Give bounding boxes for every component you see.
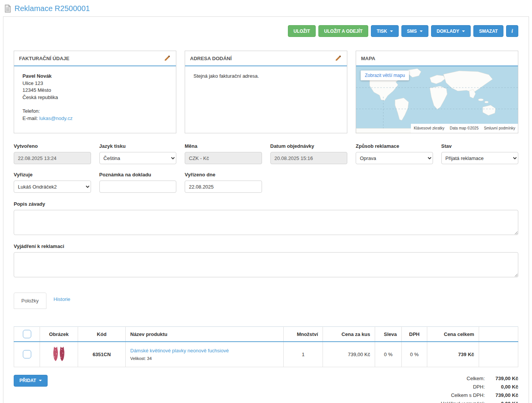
billing-panel-body: Pavel Novák Ulice 123 12345 Město Česká … [14, 66, 176, 133]
col-discount: Sleva [375, 327, 402, 342]
status-label: Stav [441, 143, 519, 149]
billing-email-link[interactable]: lukas@nody.cz [39, 115, 72, 121]
table-footer: PŘIDAT Celkem: 739,00 Kč DPH: 0,00 Kč Ce… [14, 375, 518, 403]
table-row: 6351CN Dámské květinové plavky neonově f… [14, 342, 518, 367]
claim-statement-label: Vyjádření k reklamaci [14, 243, 518, 249]
tab-historie[interactable]: Historie [46, 293, 78, 306]
billing-panel-title: FAKTURAČNÍ ÚDAJE [19, 56, 69, 61]
toolbar: ULOŽIT ULOŽIT A ODEJÍT TISK SMS DOKLADY … [14, 25, 518, 37]
handled-by-select[interactable]: Lukáš Ondráček2 [14, 181, 91, 193]
total-with-vat-value: 739,00 Kč [485, 392, 518, 398]
page-header: Reklamace R2500001 [0, 0, 532, 16]
resolved-date-input[interactable] [185, 181, 262, 193]
delivery-panel-header: ADRESA DODÁNÍ [185, 51, 347, 66]
map-canvas[interactable]: Zobrazit větší mapu Google Klávesové zkr… [356, 66, 518, 133]
currency-input [185, 152, 262, 164]
page-title: Reklamace R2500001 [14, 4, 90, 13]
fields-grid: Vytvořeno Jazyk tisku Čeština Měna Datum… [14, 143, 518, 193]
sms-dropdown-button[interactable]: SMS [401, 25, 428, 37]
created-label: Vytvořeno [14, 143, 91, 149]
billing-city: 12345 Město [22, 87, 168, 94]
col-vat: DPH [402, 327, 427, 342]
product-variant: Velikost: 34 [130, 356, 279, 361]
col-unit-price: Cena za kus [323, 327, 375, 342]
col-actions [479, 327, 518, 342]
col-image: Obrázek [40, 327, 78, 342]
caret-down-icon [420, 30, 423, 32]
print-dropdown-button[interactable]: TISK [371, 25, 398, 37]
document-note-input[interactable] [99, 181, 177, 193]
map-panel: MAPA [356, 51, 518, 133]
map-data-attribution: Data map ©2025 [447, 124, 481, 133]
claim-statement-textarea[interactable] [14, 252, 518, 277]
caret-down-icon [462, 30, 465, 32]
info-icon: i [511, 28, 513, 34]
claim-method-select[interactable]: Oprava [356, 152, 433, 164]
save-button-label: ULOŽIT [294, 29, 310, 34]
select-all-checkbox[interactable] [23, 330, 31, 338]
defect-description-textarea[interactable] [14, 210, 518, 235]
product-unit-price: 739,00 Kč [323, 342, 375, 367]
panels-row: FAKTURAČNÍ ÚDAJE Pavel Novák Ulice 123 1… [14, 51, 518, 133]
billing-email-label: E-mail: [22, 115, 38, 121]
document-icon [5, 5, 11, 13]
print-language-select[interactable]: Čeština [99, 152, 177, 164]
rounding-label: Haléřové vyrovnání: [441, 401, 485, 403]
caret-down-icon [390, 30, 393, 32]
handled-by-label: Vyřizuje [14, 172, 91, 178]
col-total-price: Cena celkem [427, 327, 479, 342]
resolved-date-label: Vyřízeno dne [185, 172, 262, 178]
keyboard-shortcuts-link[interactable]: Klávesové zkratky [411, 124, 447, 133]
billing-panel-header: FAKTURAČNÍ ÚDAJE [14, 51, 176, 66]
delete-button[interactable]: SMAZAT [473, 25, 503, 37]
col-quantity: Množství [284, 327, 323, 342]
sms-button-label: SMS [407, 29, 417, 34]
billing-panel: FAKTURAČNÍ ÚDAJE Pavel Novák Ulice 123 1… [14, 51, 176, 133]
document-note-label: Poznámka na dokladu [99, 172, 177, 178]
product-total: 739 Kč [427, 342, 479, 367]
col-code: Kód [78, 327, 126, 342]
product-vat: 0 % [402, 342, 427, 367]
map-panel-header: MAPA [356, 51, 518, 66]
billing-phone-label: Telefon: [22, 108, 168, 115]
product-image[interactable] [52, 345, 66, 362]
order-date-input [270, 152, 348, 164]
status-select[interactable]: Přijatá reklamace [441, 152, 519, 164]
billing-country: Česká republika [22, 94, 168, 101]
order-date-label: Datum objednávky [270, 143, 348, 149]
print-button-label: TISK [377, 29, 387, 34]
billing-name: Pavel Novák [22, 73, 168, 80]
table-header-row: Obrázek Kód Název produktu Množství Cena… [14, 327, 518, 342]
tab-polozky[interactable]: Položky [14, 293, 46, 309]
edit-delivery-button[interactable] [334, 54, 342, 62]
vat-label: DPH: [473, 384, 485, 390]
defect-description-label: Popis závady [14, 201, 518, 207]
view-larger-map-button[interactable]: Zobrazit větší mapu [361, 70, 409, 80]
product-quantity: 1 [284, 342, 323, 367]
add-dropdown-button[interactable]: PŘIDAT [14, 375, 48, 387]
rounding-value: 0,00 Kč [485, 401, 518, 403]
total-with-vat-label: Celkem s DPH: [451, 392, 485, 398]
vat-value: 0,00 Kč [485, 384, 518, 390]
currency-label: Měna [185, 143, 262, 149]
terms-link[interactable]: Smluvní podmínky [481, 124, 518, 133]
product-link[interactable]: Dámské květinové plavky neonově fuchsiov… [130, 348, 229, 353]
row-checkbox[interactable] [23, 350, 31, 358]
col-product-name: Název produktu [126, 327, 284, 342]
created-input [14, 152, 91, 164]
totals-summary: Celkem: 739,00 Kč DPH: 0,00 Kč Celkem s … [441, 375, 518, 403]
edit-billing-button[interactable] [163, 54, 171, 62]
save-button[interactable]: ULOŽIT [288, 25, 316, 37]
delivery-panel: ADRESA DODÁNÍ Stejná jako fakturační adr… [185, 51, 347, 133]
items-table: Obrázek Kód Název produktu Množství Cena… [14, 326, 518, 367]
info-button[interactable]: i [506, 25, 518, 37]
save-and-exit-button[interactable]: ULOŽIT A ODEJÍT [318, 25, 368, 37]
map-attribution: Klávesové zkratky Data map ©2025 Smluvní… [411, 124, 518, 133]
claim-method-label: Způsob reklamace [356, 143, 433, 149]
billing-street: Ulice 123 [22, 80, 168, 87]
total-value: 739,00 Kč [485, 376, 518, 381]
delivery-address-text: Stejná jako fakturační adresa. [193, 73, 339, 80]
documents-dropdown-button[interactable]: DOKLADY [431, 25, 471, 37]
row-actions [479, 342, 518, 367]
pencil-icon [164, 57, 170, 62]
